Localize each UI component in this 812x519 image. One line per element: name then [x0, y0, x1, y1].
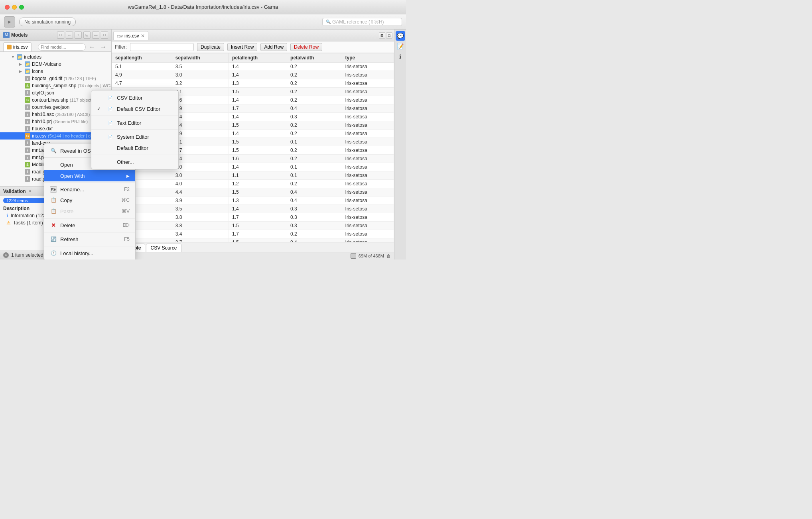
table-row[interactable]: 5.84.01.20.2Iris-setosa	[112, 180, 394, 188]
table-cell-12-1[interactable]: 3.0	[172, 163, 229, 171]
maximize-panel-btn[interactable]: □	[101, 31, 108, 39]
table-cell-4-3[interactable]: 0.2	[287, 96, 342, 104]
table-cell-0-1[interactable]: 3.5	[172, 63, 229, 71]
table-cell-0-3[interactable]: 0.2	[287, 63, 342, 71]
table-row[interactable]: 5.43.41.70.2Iris-setosa	[112, 230, 394, 238]
table-cell-2-0[interactable]: 4.7	[112, 79, 172, 88]
table-cell-8-1[interactable]: 2.9	[172, 130, 229, 138]
table-cell-9-4[interactable]: Iris-setosa	[342, 138, 394, 146]
collapse-btn[interactable]: □	[57, 31, 64, 39]
col-header-petalwidth[interactable]: petalwidth	[287, 53, 342, 63]
col-header-petallength[interactable]: petallength	[229, 53, 287, 63]
add-row-button[interactable]: Add Row	[260, 43, 287, 51]
table-row[interactable]: 5.43.91.30.4Iris-setosa	[112, 197, 394, 205]
table-row[interactable]: 4.73.21.30.2Iris-setosa	[112, 79, 394, 88]
table-cell-9-1[interactable]: 3.1	[172, 138, 229, 146]
table-cell-10-3[interactable]: 0.2	[287, 146, 342, 155]
table-cell-13-1[interactable]: 3.0	[172, 171, 229, 180]
table-cell-19-1[interactable]: 3.8	[172, 222, 229, 230]
table-cell-8-3[interactable]: 0.2	[287, 130, 342, 138]
find-model-input[interactable]	[38, 43, 86, 51]
traffic-lights[interactable]	[5, 5, 24, 10]
table-cell-8-2[interactable]: 1.4	[229, 130, 287, 138]
table-cell-8-4[interactable]: Iris-setosa	[342, 130, 394, 138]
table-cell-10-1[interactable]: 3.7	[172, 146, 229, 155]
table-cell-4-1[interactable]: 3.6	[172, 96, 229, 104]
table-cell-17-3[interactable]: 0.3	[287, 205, 342, 213]
table-cell-0-0[interactable]: 5.1	[112, 63, 172, 71]
table-cell-6-1[interactable]: 3.4	[172, 113, 229, 121]
table-cell-16-2[interactable]: 1.3	[229, 197, 287, 205]
ctx-local-history[interactable]: 🕐 Local history...	[44, 248, 135, 259]
table-cell-15-1[interactable]: 4.4	[172, 188, 229, 197]
table-row[interactable]: 4.33.01.10.1Iris-setosa	[112, 171, 394, 180]
new-btn[interactable]: +	[75, 31, 82, 39]
filter-input[interactable]	[130, 43, 194, 51]
table-cell-18-4[interactable]: Iris-setosa	[342, 213, 394, 222]
iris-csv-tab[interactable]: iris.csv	[3, 42, 32, 51]
table-cell-14-2[interactable]: 1.2	[229, 180, 287, 188]
ctx-copy[interactable]: 📋 Copy ⌘C	[44, 195, 135, 206]
table-cell-15-3[interactable]: 0.4	[287, 188, 342, 197]
table-cell-17-4[interactable]: Iris-setosa	[342, 205, 394, 213]
insert-row-button[interactable]: Insert Row	[227, 43, 257, 51]
close-button[interactable]	[5, 5, 10, 10]
table-cell-2-4[interactable]: Iris-setosa	[342, 79, 394, 88]
sidebar-icon-todo[interactable]: 📝	[396, 41, 405, 51]
table-cell-19-3[interactable]: 0.3	[287, 222, 342, 230]
sync-btn[interactable]: ↔	[66, 31, 73, 39]
submenu-csv-editor[interactable]: 📄 CSV Editor	[91, 92, 178, 103]
col-header-sepallength[interactable]: sepallength	[112, 53, 172, 63]
table-row[interactable]: 5.13.81.50.3Iris-setosa	[112, 222, 394, 230]
table-cell-0-2[interactable]: 1.4	[229, 63, 287, 71]
table-cell-5-1[interactable]: 3.9	[172, 104, 229, 113]
table-cell-21-2[interactable]: 1.5	[229, 238, 287, 242]
table-cell-5-3[interactable]: 0.4	[287, 104, 342, 113]
table-cell-13-2[interactable]: 1.1	[229, 171, 287, 180]
ctx-rename[interactable]: Re Rename... F2	[44, 184, 135, 195]
table-cell-0-4[interactable]: Iris-setosa	[342, 63, 394, 71]
table-cell-19-4[interactable]: Iris-setosa	[342, 222, 394, 230]
table-cell-20-4[interactable]: Iris-setosa	[342, 230, 394, 238]
ctx-delete[interactable]: ✕ Delete ⌦	[44, 220, 135, 231]
table-cell-4-2[interactable]: 1.4	[229, 96, 287, 104]
sidebar-icon-chat[interactable]: 💬	[396, 31, 405, 41]
table-cell-18-3[interactable]: 0.3	[287, 213, 342, 222]
table-cell-6-4[interactable]: Iris-setosa	[342, 113, 394, 121]
table-cell-5-4[interactable]: Iris-setosa	[342, 104, 394, 113]
table-cell-19-2[interactable]: 1.5	[229, 222, 287, 230]
table-cell-7-1[interactable]: 3.4	[172, 121, 229, 130]
table-cell-12-3[interactable]: 0.1	[287, 163, 342, 171]
submenu-system-editor[interactable]: 📄 System Editor	[91, 131, 178, 142]
table-cell-11-2[interactable]: 1.6	[229, 155, 287, 163]
table-cell-16-1[interactable]: 3.9	[172, 197, 229, 205]
table-cell-6-2[interactable]: 1.4	[229, 113, 287, 121]
ctx-open-with[interactable]: Open With ▶	[44, 170, 135, 181]
table-cell-18-1[interactable]: 3.8	[172, 213, 229, 222]
col-header-type[interactable]: type	[342, 53, 394, 63]
table-cell-15-2[interactable]: 1.5	[229, 188, 287, 197]
table-cell-11-4[interactable]: Iris-setosa	[342, 155, 394, 163]
table-cell-2-1[interactable]: 3.2	[172, 79, 229, 88]
tree-item-buildings[interactable]: S buildings_simple.shp (74 objects | WGS…	[0, 82, 111, 89]
table-cell-2-2[interactable]: 1.3	[229, 79, 287, 88]
sidebar-icon-info[interactable]: ℹ	[396, 52, 405, 61]
table-cell-13-4[interactable]: Iris-setosa	[342, 171, 394, 180]
table-cell-7-3[interactable]: 0.2	[287, 121, 342, 130]
table-cell-1-2[interactable]: 1.4	[229, 71, 287, 79]
table-cell-1-0[interactable]: 4.9	[112, 71, 172, 79]
table-cell-10-2[interactable]: 1.5	[229, 146, 287, 155]
table-cell-20-3[interactable]: 0.2	[287, 230, 342, 238]
table-cell-3-2[interactable]: 1.5	[229, 88, 287, 96]
validation-close-button[interactable]: ✕	[28, 189, 32, 193]
table-cell-21-3[interactable]: 0.4	[287, 238, 342, 242]
submenu-other[interactable]: Other...	[91, 156, 178, 167]
table-row[interactable]: 5.74.41.50.4Iris-setosa	[112, 188, 394, 197]
table-cell-20-2[interactable]: 1.7	[229, 230, 287, 238]
table-cell-17-2[interactable]: 1.4	[229, 205, 287, 213]
table-cell-12-4[interactable]: Iris-setosa	[342, 163, 394, 171]
table-cell-2-3[interactable]: 0.2	[287, 79, 342, 88]
editor-tab-iris[interactable]: csv iris.csv ✕	[113, 31, 148, 40]
tree-item-includes[interactable]: 📁 includes	[0, 53, 111, 61]
table-cell-16-4[interactable]: Iris-setosa	[342, 197, 394, 205]
